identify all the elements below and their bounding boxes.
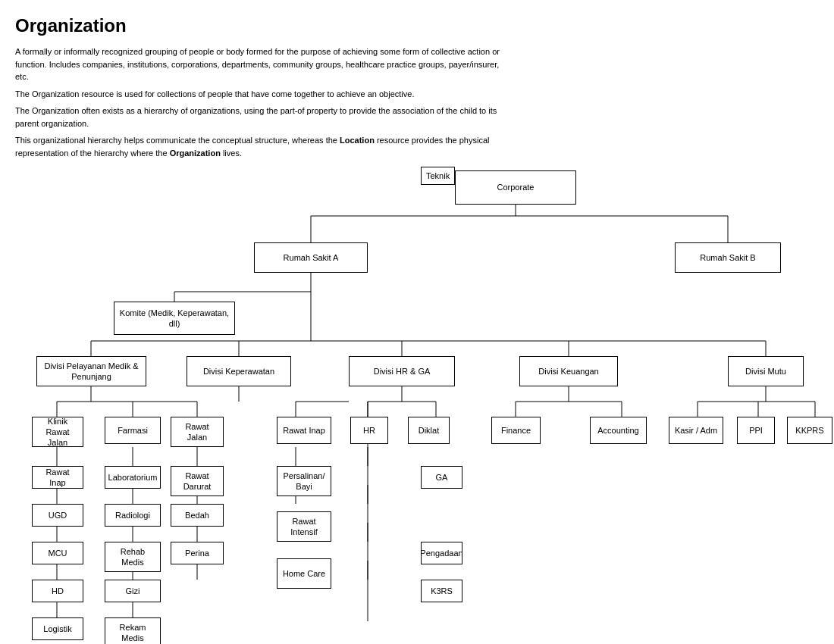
- node-perina: Perina: [171, 542, 224, 564]
- node-laboratorium: Laboratorium: [105, 466, 161, 489]
- node-accounting: Accounting: [590, 417, 647, 444]
- node-komite: Komite (Medik, Keperawatan, dll): [114, 302, 235, 335]
- node-gizi: Gizi: [105, 580, 161, 602]
- node-finance: Finance: [491, 417, 541, 444]
- node-diklat: Diklat: [408, 417, 450, 444]
- node-rawat-jalan: Rawat Jalan: [171, 417, 224, 447]
- node-mcu: MCU: [32, 542, 83, 564]
- description-2: The Organization resource is used for co…: [15, 88, 508, 101]
- node-rawat-inap-1: Rawat Inap: [32, 466, 83, 489]
- node-hr: HR: [350, 417, 388, 444]
- node-divisi-mutu: Divisi Mutu: [728, 356, 804, 386]
- node-radiologi: Radiologi: [105, 504, 161, 527]
- node-home-care: Home Care: [277, 558, 331, 589]
- node-logistik: Logistik: [32, 617, 83, 640]
- node-teknik: Teknik: [421, 167, 455, 185]
- node-divisi-pelayanan: Divisi Pelayanan Medik & Penunjang: [36, 356, 146, 386]
- node-rekam-medis: Rekam Medis: [105, 617, 161, 644]
- node-hd: HD: [32, 580, 83, 602]
- node-divisi-keperawatan: Divisi Keperawatan: [187, 356, 291, 386]
- node-ppi: PPI: [737, 417, 775, 444]
- node-bedah: Bedah: [171, 504, 224, 527]
- node-kkprs: KKPRS: [787, 417, 832, 444]
- node-klinik-rawat-jalan: Klinik Rawat Jalan: [32, 417, 83, 447]
- node-corporate: Corporate: [455, 170, 576, 205]
- node-divisi-hrga: Divisi HR & GA: [349, 356, 455, 386]
- chart-svg: [15, 167, 819, 644]
- node-rumah-sakit-a: Rumah Sakit A: [254, 242, 368, 273]
- org-chart: Corporate Rumah Sakit A Rumah Sakit B Ko…: [15, 167, 819, 644]
- description-1: A formally or informally recognized grou…: [15, 45, 508, 83]
- node-k3rs: K3RS: [421, 580, 462, 602]
- node-divisi-keuangan: Divisi Keuangan: [519, 356, 618, 386]
- node-ga: GA: [421, 466, 462, 489]
- node-farmasi: Farmasi: [105, 417, 161, 444]
- node-pengadaan: Pengadaan: [421, 542, 462, 564]
- node-rehab-medis: Rehab Medis: [105, 542, 161, 572]
- node-ugd: UGD: [32, 504, 83, 527]
- node-persalinan-bayi: Persalinan/ Bayi: [277, 466, 331, 496]
- page-title: Organization: [15, 15, 819, 36]
- node-rawat-darurat: Rawat Darurat: [171, 466, 224, 496]
- description-4: This organizational hierarchy helps comm…: [15, 134, 508, 159]
- description-3: The Organization often exists as a hiera…: [15, 105, 508, 130]
- node-rawat-intensif: Rawat Intensif: [277, 511, 331, 542]
- node-kasir-adm: Kasir / Adm: [669, 417, 723, 444]
- node-rawat-inap-2: Rawat Inap: [277, 417, 331, 444]
- node-rumah-sakit-b: Rumah Sakit B: [675, 242, 781, 273]
